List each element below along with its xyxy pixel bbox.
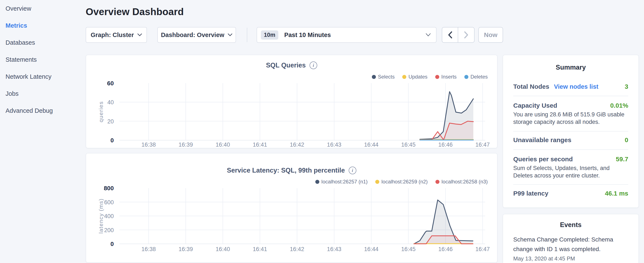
divider: [513, 96, 628, 96]
events-panel: Events Schema Change Completed: Schema c…: [502, 214, 639, 263]
now-button[interactable]: Now: [478, 27, 503, 43]
summary-row-unavailable-ranges: Unavailable ranges 0: [513, 136, 628, 144]
sidebar-item-overview[interactable]: Overview: [0, 0, 85, 17]
svg-text:16:40: 16:40: [216, 141, 230, 148]
sidebar-item-network-latency[interactable]: Network Latency: [0, 68, 85, 85]
svg-text:16:41: 16:41: [253, 141, 267, 148]
summary-row-capacity: Capacity Used 0.01%: [513, 102, 628, 109]
dashboard-select-label: Dashboard: Overview: [161, 32, 224, 39]
sidebar-item-jobs[interactable]: Jobs: [0, 85, 85, 102]
summary-row-p99-latency: P99 latency 46.1 ms: [513, 190, 628, 197]
svg-text:16:44: 16:44: [364, 141, 378, 148]
page-title: Overview Dashboard: [86, 6, 184, 18]
event-item-date: May 13, 2020 at 4:45 PM: [513, 255, 575, 262]
sidebar-item-metrics[interactable]: Metrics: [0, 17, 85, 34]
chevron-down-icon: [426, 33, 431, 37]
svg-text:16:46: 16:46: [438, 141, 453, 148]
svg-text:16:45: 16:45: [401, 141, 416, 148]
chevron-down-icon: [137, 34, 142, 36]
graph-select-dropdown[interactable]: Graph: Cluster: [86, 27, 147, 43]
chevron-right-icon: [464, 31, 468, 39]
svg-text:16:43: 16:43: [327, 141, 342, 148]
capacity-used-value: 0.01%: [610, 102, 628, 109]
svg-text:800: 800: [104, 185, 114, 191]
divider: [513, 149, 628, 150]
sql-queries-chart-card: SQL Queries i Selects Updates Inserts De…: [86, 55, 498, 148]
svg-text:200: 200: [104, 227, 114, 233]
view-nodes-list-link[interactable]: View nodes list: [554, 83, 598, 90]
sidebar-item-advanced-debug[interactable]: Advanced Debug: [0, 102, 85, 119]
unavailable-ranges-value: 0: [625, 136, 628, 144]
svg-text:16:42: 16:42: [290, 141, 304, 148]
svg-text:16:40: 16:40: [216, 246, 230, 252]
svg-text:16:41: 16:41: [253, 246, 267, 252]
svg-text:0: 0: [110, 137, 114, 144]
sql-queries-plot: 16:3816:3916:4016:4116:4216:4316:4416:45…: [86, 55, 498, 149]
svg-text:16:42: 16:42: [290, 246, 304, 252]
capacity-description: You are using 28.6 MiB of 515.9 GiB usab…: [513, 111, 630, 126]
divider: [513, 131, 628, 132]
time-range-label: Past 10 Minutes: [284, 32, 426, 39]
prev-time-button[interactable]: [442, 28, 458, 42]
qps-value: 59.7: [616, 156, 628, 163]
summary-panel: Summary Total Nodes View nodes list 3 Ca…: [502, 55, 639, 208]
svg-text:0: 0: [110, 241, 114, 247]
svg-text:400: 400: [104, 213, 114, 219]
sidebar-item-databases[interactable]: Databases: [0, 34, 85, 51]
events-title: Events: [503, 221, 638, 229]
svg-text:16:47: 16:47: [476, 141, 490, 148]
svg-text:16:39: 16:39: [178, 141, 193, 148]
svg-text:16:38: 16:38: [142, 141, 156, 148]
svg-text:60: 60: [107, 80, 114, 87]
controls-divider: [247, 28, 247, 42]
sidebar-item-statements[interactable]: Statements: [0, 51, 85, 68]
service-latency-chart-card: Service Latency: SQL, 99th percentile i …: [86, 153, 498, 263]
p99-latency-value: 46.1 ms: [605, 190, 628, 197]
chevron-left-icon: [448, 31, 452, 39]
time-range-badge: 10m: [261, 31, 278, 40]
svg-text:40: 40: [107, 99, 114, 106]
summary-title: Summary: [503, 64, 638, 71]
service-latency-plot: 16:3816:3916:4016:4116:4216:4316:4416:45…: [86, 153, 498, 263]
time-step-buttons: [442, 27, 474, 43]
divider: [513, 184, 628, 185]
graph-select-label: Graph: Cluster: [90, 32, 134, 39]
svg-text:20: 20: [107, 118, 114, 125]
event-item-text[interactable]: Schema Change Completed: Schema change w…: [513, 235, 620, 254]
svg-text:600: 600: [104, 199, 114, 205]
next-time-button[interactable]: [458, 28, 474, 42]
dashboard-select-dropdown[interactable]: Dashboard: Overview: [157, 27, 236, 43]
sidebar: Overview Metrics Databases Statements Ne…: [0, 0, 85, 263]
svg-text:16:43: 16:43: [327, 246, 342, 252]
svg-text:16:45: 16:45: [401, 246, 416, 252]
qps-description: Sum of Selects, Updates, Inserts, and De…: [513, 164, 630, 179]
svg-text:16:38: 16:38: [142, 246, 156, 252]
svg-text:16:46: 16:46: [438, 246, 453, 252]
summary-row-total-nodes: Total Nodes View nodes list 3: [513, 83, 628, 90]
chevron-down-icon: [228, 34, 232, 36]
total-nodes-value: 3: [625, 83, 628, 90]
summary-row-qps: Queries per second 59.7: [513, 156, 628, 163]
svg-text:16:47: 16:47: [476, 246, 490, 252]
svg-text:16:39: 16:39: [178, 246, 193, 252]
time-range-dropdown[interactable]: 10m Past 10 Minutes: [256, 27, 436, 43]
svg-text:16:44: 16:44: [364, 246, 378, 252]
